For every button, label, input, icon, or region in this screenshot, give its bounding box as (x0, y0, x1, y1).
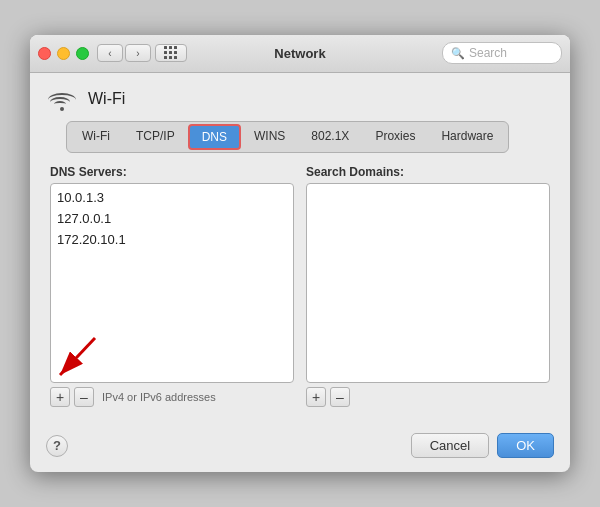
search-domains-label: Search Domains: (306, 165, 550, 179)
cancel-button[interactable]: Cancel (411, 433, 489, 458)
forward-button[interactable]: › (125, 44, 151, 62)
main-window: ‹ › Network 🔍 Search Wi-Fi (30, 35, 570, 473)
panels-area: DNS Servers: 10.0.1.3 127.0.0.1 172.20.1… (50, 165, 550, 407)
tab-proxies[interactable]: Proxies (362, 124, 428, 151)
dns-panel-label: DNS Servers: (50, 165, 294, 179)
bottom-bar: ? Cancel OK (30, 423, 570, 472)
tab-hardware[interactable]: Hardware (428, 124, 506, 151)
wifi-label: Wi-Fi (88, 90, 125, 108)
maximize-button[interactable] (76, 47, 89, 60)
wifi-header: Wi-Fi (46, 87, 554, 111)
wifi-icon (46, 87, 78, 111)
content-area: Wi-Fi Wi-Fi TCP/IP DNS WINS 802.1X Proxi… (30, 73, 570, 424)
grid-button[interactable] (155, 44, 187, 62)
tab-bar: Wi-Fi TCP/IP DNS WINS 802.1X Proxies Har… (66, 121, 509, 154)
search-icon: 🔍 (451, 47, 465, 60)
dns-servers-list[interactable]: 10.0.1.3 127.0.0.1 172.20.10.1 (50, 183, 294, 383)
back-button[interactable]: ‹ (97, 44, 123, 62)
traffic-lights (38, 47, 89, 60)
search-remove-button[interactable]: – (330, 387, 350, 407)
dns-entry-3: 172.20.10.1 (57, 230, 287, 251)
grid-icon (164, 46, 178, 60)
minimize-button[interactable] (57, 47, 70, 60)
help-icon: ? (53, 438, 61, 453)
window-title: Network (274, 46, 325, 61)
action-buttons: Cancel OK (411, 433, 554, 458)
tab-8021x[interactable]: 802.1X (298, 124, 362, 151)
dns-controls-area: + – IPv4 or IPv6 addresses (50, 383, 294, 407)
search-panel-controls: + – (306, 387, 550, 407)
dns-hint: IPv4 or IPv6 addresses (102, 391, 216, 403)
ok-button[interactable]: OK (497, 433, 554, 458)
help-button[interactable]: ? (46, 435, 68, 457)
dns-entry-1: 10.0.1.3 (57, 188, 287, 209)
close-button[interactable] (38, 47, 51, 60)
dns-add-button[interactable]: + (50, 387, 70, 407)
tab-tcpip[interactable]: TCP/IP (123, 124, 188, 151)
search-domains-panel: Search Domains: + – (306, 165, 550, 407)
tab-wifi[interactable]: Wi-Fi (69, 124, 123, 151)
dns-remove-button[interactable]: – (74, 387, 94, 407)
search-add-button[interactable]: + (306, 387, 326, 407)
tab-dns[interactable]: DNS (188, 124, 241, 151)
search-placeholder: Search (469, 46, 507, 60)
search-box[interactable]: 🔍 Search (442, 42, 562, 64)
titlebar: ‹ › Network 🔍 Search (30, 35, 570, 73)
search-domains-list[interactable] (306, 183, 550, 383)
dns-panel: DNS Servers: 10.0.1.3 127.0.0.1 172.20.1… (50, 165, 294, 407)
nav-buttons: ‹ › (97, 44, 151, 62)
dns-panel-controls: + – IPv4 or IPv6 addresses (50, 387, 294, 407)
dns-entry-2: 127.0.0.1 (57, 209, 287, 230)
tab-wins[interactable]: WINS (241, 124, 298, 151)
